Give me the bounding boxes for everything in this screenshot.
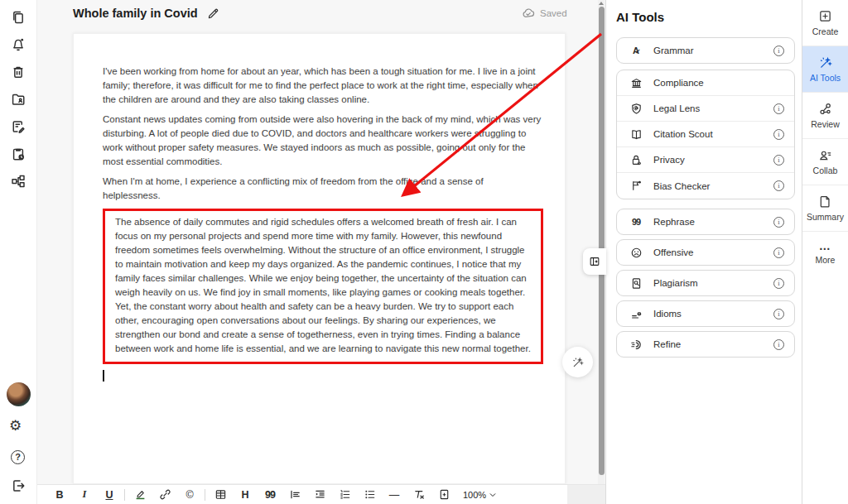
link-button[interactable] — [152, 487, 177, 503]
edit-title-icon[interactable] — [207, 7, 219, 20]
tool-card-legal-group: Compliance Legal Lens Citation Scout Pri… — [616, 70, 795, 199]
zoom-control[interactable]: 100% — [463, 490, 497, 500]
toolbar-divider — [205, 489, 205, 501]
info-icon[interactable] — [773, 180, 784, 191]
chevron-down-icon — [489, 491, 497, 499]
rail-item-review[interactable]: Review — [802, 93, 848, 139]
idioms-icon — [629, 307, 643, 320]
create-icon — [818, 9, 832, 23]
tool-plagiarism[interactable]: Plagiarism — [617, 271, 794, 295]
clear-format-button[interactable] — [407, 487, 431, 503]
tool-card-offensive[interactable]: Offensive — [616, 239, 795, 266]
rail-label: Review — [811, 119, 839, 129]
tool-legal-lens[interactable]: Legal Lens — [617, 96, 794, 122]
tool-label: Idioms — [653, 309, 764, 319]
settings-icon[interactable]: ⚙ — [9, 419, 22, 433]
review-icon — [818, 102, 832, 116]
indent-button[interactable] — [307, 487, 332, 503]
tool-label: Legal Lens — [653, 103, 764, 113]
documents-icon[interactable] — [11, 10, 26, 25]
rail-item-summary[interactable]: Summary — [802, 185, 848, 232]
rail-label: Summary — [807, 212, 844, 222]
scroll-up-arrow[interactable] — [599, 2, 604, 5]
draft-edit-icon[interactable] — [11, 119, 26, 134]
scrollbar-corner — [567, 484, 605, 504]
logout-icon[interactable] — [11, 478, 26, 493]
rail-item-ai-tools[interactable]: AI Tools — [802, 46, 848, 93]
ai-assistant-button[interactable] — [562, 347, 593, 377]
document-title: Whole family in Covid — [73, 7, 198, 20]
sitemap-icon[interactable] — [11, 174, 26, 189]
info-icon[interactable] — [773, 217, 784, 228]
help-icon[interactable]: ? — [11, 450, 25, 464]
horizontal-rule-button[interactable]: — — [382, 487, 407, 503]
tool-bias-checker[interactable]: Bias Checker — [617, 173, 794, 199]
info-icon[interactable] — [773, 129, 784, 140]
tool-rephrase[interactable]: Rephrase — [617, 209, 794, 234]
tool-card-plagiarism[interactable]: Plagiarism — [616, 270, 795, 296]
rail-item-collab[interactable]: Collab — [802, 139, 848, 185]
toolbar-divider — [124, 489, 125, 501]
rail-item-create[interactable]: Create — [802, 0, 848, 46]
rail-item-more[interactable]: ⋯ More — [802, 232, 848, 278]
tool-refine[interactable]: Refine — [617, 332, 794, 357]
save-status: Saved — [522, 7, 567, 20]
shared-folder-icon[interactable] — [11, 92, 26, 107]
grammar-icon — [629, 44, 643, 57]
paragraph: When I'm at home, I experience a conflic… — [103, 175, 543, 203]
rephrase-icon — [629, 215, 643, 228]
ordered-list-button[interactable] — [332, 487, 357, 503]
tool-label: Grammar — [653, 46, 764, 55]
tool-compliance[interactable]: Compliance — [617, 70, 794, 96]
info-icon[interactable] — [773, 155, 784, 166]
info-icon[interactable] — [773, 278, 784, 289]
bold-button[interactable]: B — [47, 487, 72, 503]
avatar[interactable] — [7, 382, 31, 406]
page-insert-button[interactable] — [431, 487, 456, 503]
tool-offensive[interactable]: Offensive — [617, 240, 794, 265]
table-button[interactable] — [208, 487, 233, 503]
tool-label: Privacy — [653, 155, 764, 165]
notifications-icon[interactable] — [11, 37, 26, 52]
tool-card-idioms[interactable]: Idioms — [616, 300, 795, 327]
tool-grammar[interactable]: Grammar — [617, 38, 794, 63]
save-status-label: Saved — [540, 8, 567, 18]
tool-citation-scout[interactable]: Citation Scout — [617, 122, 794, 147]
underline-button[interactable]: U — [97, 487, 122, 503]
bullet-list-button[interactable] — [357, 487, 382, 503]
trash-icon[interactable] — [11, 65, 26, 79]
text-caret — [103, 370, 104, 382]
tool-label: Offensive — [653, 247, 764, 257]
scrollbar-thumb[interactable] — [599, 7, 605, 475]
tool-label: Citation Scout — [653, 129, 764, 139]
collapse-panel-button[interactable] — [583, 248, 606, 275]
ai-tools-panel: AI Tools Grammar Compliance Legal Lens — [605, 0, 802, 504]
align-left-button[interactable] — [282, 487, 307, 503]
document-page[interactable]: I've been working from home for about an… — [73, 33, 566, 484]
more-icon: ⋯ — [819, 245, 831, 252]
copyright-button[interactable]: © — [177, 487, 202, 503]
blockquote-button[interactable]: 99 — [258, 487, 282, 503]
left-sidebar: ⚙ ? — [0, 0, 37, 504]
info-icon[interactable] — [773, 46, 784, 56]
paragraph: I've been working from home for about an… — [103, 65, 543, 107]
info-icon[interactable] — [773, 247, 784, 258]
highlight-button[interactable] — [128, 487, 152, 503]
rail-label: Create — [812, 26, 839, 36]
info-icon[interactable] — [773, 309, 784, 319]
tool-card-rephrase[interactable]: Rephrase — [616, 209, 795, 235]
tool-card-grammar[interactable]: Grammar — [616, 37, 795, 64]
italic-button[interactable]: I — [72, 487, 97, 503]
info-icon[interactable] — [773, 103, 784, 114]
tool-card-refine[interactable]: Refine — [616, 331, 795, 358]
compliance-icon — [629, 76, 643, 89]
tool-label: Plagiarism — [653, 278, 764, 288]
clipboard-history-icon[interactable] — [11, 146, 26, 161]
rail-label: AI Tools — [810, 73, 841, 83]
tool-privacy[interactable]: Privacy — [617, 147, 794, 173]
tool-idioms[interactable]: Idioms — [617, 301, 794, 326]
tool-label: Bias Checker — [653, 181, 764, 191]
heading-button[interactable]: H — [233, 487, 258, 503]
info-icon[interactable] — [773, 339, 784, 350]
privacy-icon — [629, 153, 643, 166]
